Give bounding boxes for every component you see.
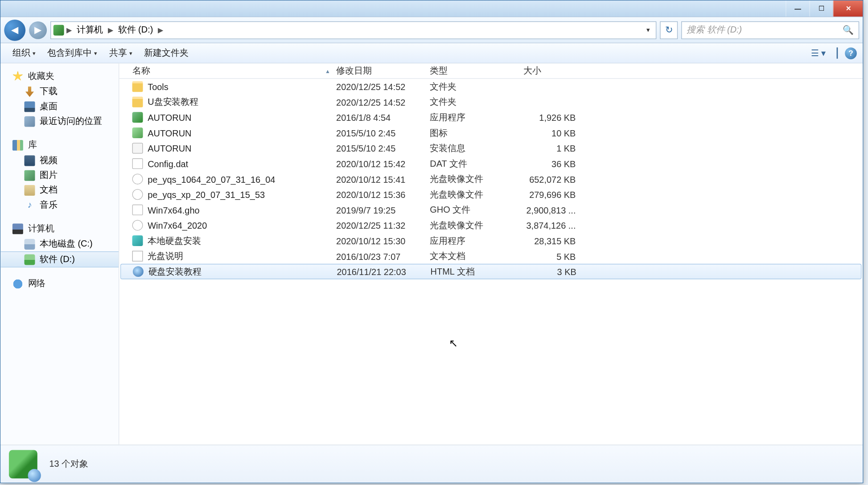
file-name: 本地硬盘安装 bbox=[148, 235, 201, 246]
drive-icon bbox=[25, 238, 35, 249]
file-date: 2020/12/25 11:32 bbox=[336, 220, 430, 230]
sidebar-favorites[interactable]: 收藏夹 bbox=[0, 68, 119, 84]
picture-icon bbox=[25, 170, 35, 181]
file-row[interactable]: AUTORUN2015/5/10 2:45安装信息1 KB bbox=[119, 140, 863, 156]
sidebar-documents[interactable]: 文档 bbox=[0, 183, 119, 197]
file-icon bbox=[132, 205, 143, 215]
file-name: pe_yqs_1064_20_07_31_16_04 bbox=[148, 174, 275, 184]
file-size: 28,315 KB bbox=[523, 236, 581, 246]
sidebar-network[interactable]: 网络 bbox=[0, 275, 119, 292]
sidebar-label: 网络 bbox=[28, 278, 46, 289]
share-menu[interactable]: 共享 ▾ bbox=[103, 47, 138, 58]
sidebar-libraries[interactable]: 库 bbox=[0, 137, 119, 153]
file-type: 图标 bbox=[430, 127, 523, 138]
library-icon bbox=[12, 140, 23, 150]
file-row[interactable]: Tools2020/12/25 14:52文件夹 bbox=[119, 79, 863, 95]
file-date: 2015/5/10 2:45 bbox=[336, 143, 430, 153]
desktop-icon bbox=[25, 101, 35, 112]
file-name: AUTORUN bbox=[148, 143, 191, 153]
file-row[interactable]: 本地硬盘安装2020/10/12 15:30应用程序28,315 KB bbox=[119, 233, 863, 249]
chevron-down-icon: ▾ bbox=[94, 50, 97, 57]
star-icon bbox=[12, 71, 23, 82]
file-icon bbox=[132, 220, 143, 230]
maximize-button[interactable] bbox=[809, 0, 833, 16]
file-date: 2016/11/21 22:03 bbox=[337, 267, 430, 277]
sidebar-drive-d[interactable]: 软件 (D:) bbox=[0, 251, 119, 267]
file-row[interactable]: Config.dat2020/10/12 15:42DAT 文件36 KB bbox=[119, 156, 863, 172]
sidebar-videos[interactable]: 视频 bbox=[0, 153, 119, 168]
address-bar[interactable]: ▶ 计算机 ▶ 软件 (D:) ▶ ▾ bbox=[50, 21, 656, 39]
file-name: Win7x64.gho bbox=[148, 205, 199, 215]
refresh-button[interactable]: ↻ bbox=[660, 21, 678, 39]
file-type: 安装信息 bbox=[430, 143, 523, 154]
file-name: Win7x64_2020 bbox=[148, 220, 207, 230]
music-icon bbox=[25, 200, 35, 210]
sidebar-recent[interactable]: 最近访问的位置 bbox=[0, 114, 119, 128]
file-row[interactable]: AUTORUN2016/1/8 4:54应用程序1,926 KB bbox=[119, 110, 863, 125]
file-date: 2020/12/25 14:52 bbox=[336, 97, 430, 107]
file-date: 2020/10/12 15:41 bbox=[336, 174, 430, 184]
file-type: GHO 文件 bbox=[430, 204, 523, 215]
file-row[interactable]: 硬盘安装教程2016/11/21 22:03HTML 文档3 KB bbox=[120, 264, 862, 279]
sidebar-drive-c[interactable]: 本地磁盘 (C:) bbox=[0, 237, 119, 251]
file-date: 2020/10/12 15:42 bbox=[336, 159, 430, 169]
sidebar-music[interactable]: 音乐 bbox=[0, 197, 119, 212]
file-name: Tools bbox=[148, 82, 169, 92]
file-icon bbox=[132, 235, 143, 246]
drive-icon bbox=[25, 254, 35, 265]
file-size: 2,900,813 ... bbox=[523, 205, 581, 215]
include-library-label: 包含到库中 bbox=[47, 47, 92, 58]
column-date[interactable]: 修改日期 bbox=[336, 65, 430, 76]
file-type: 文本文档 bbox=[430, 251, 523, 262]
file-icon bbox=[132, 127, 143, 138]
file-icon bbox=[132, 143, 143, 154]
sidebar-downloads[interactable]: 下载 bbox=[0, 84, 119, 99]
new-folder-button[interactable]: 新建文件夹 bbox=[138, 47, 194, 58]
view-menu[interactable]: ☰ ▾ bbox=[807, 46, 829, 59]
network-icon bbox=[12, 278, 23, 289]
close-button[interactable] bbox=[833, 0, 863, 16]
file-icon bbox=[132, 158, 143, 169]
organize-menu[interactable]: 组织 ▾ bbox=[7, 47, 41, 58]
file-type: 应用程序 bbox=[430, 235, 523, 246]
forward-button[interactable]: ▶ bbox=[29, 21, 47, 39]
breadcrumb-computer[interactable]: 计算机 bbox=[74, 24, 105, 36]
breadcrumb-separator: ▶ bbox=[66, 26, 72, 34]
file-type: HTML 文档 bbox=[431, 266, 524, 277]
column-size[interactable]: 大小 bbox=[523, 65, 581, 76]
file-row[interactable]: pe_yqs_1064_20_07_31_16_042020/10/12 15:… bbox=[119, 171, 863, 187]
help-button[interactable]: ? bbox=[845, 47, 857, 59]
search-input[interactable]: 搜索 软件 (D:) 🔍 bbox=[681, 21, 859, 39]
file-row[interactable]: AUTORUN2015/5/10 2:45图标10 KB bbox=[119, 125, 863, 141]
file-row[interactable]: Win7x64.gho2019/9/7 19:25GHO 文件2,900,813… bbox=[119, 202, 863, 218]
search-placeholder: 搜索 软件 (D:) bbox=[687, 25, 742, 36]
breadcrumb-drive[interactable]: 软件 (D:) bbox=[115, 24, 155, 36]
file-size: 5 KB bbox=[523, 251, 581, 261]
minimize-button[interactable] bbox=[786, 0, 809, 16]
file-name: U盘安装教程 bbox=[148, 96, 198, 107]
file-size: 10 KB bbox=[523, 128, 581, 138]
sidebar-desktop[interactable]: 桌面 bbox=[0, 99, 119, 114]
file-row[interactable]: U盘安装教程2020/12/25 14:52文件夹 bbox=[119, 94, 863, 110]
video-icon bbox=[25, 155, 35, 166]
file-size: 1 KB bbox=[523, 143, 581, 153]
sidebar-pictures[interactable]: 图片 bbox=[0, 168, 119, 182]
file-row[interactable]: pe_yqs_xp_20_07_31_15_532020/10/12 15:36… bbox=[119, 187, 863, 202]
file-type: DAT 文件 bbox=[430, 158, 523, 169]
include-library-menu[interactable]: 包含到库中 ▾ bbox=[41, 47, 103, 58]
file-row[interactable]: 光盘说明2016/10/23 7:07文本文档5 KB bbox=[119, 248, 863, 264]
breadcrumb-separator: ▶ bbox=[108, 26, 113, 34]
file-row[interactable]: Win7x64_20202020/12/25 11:32光盘映像文件3,874,… bbox=[119, 218, 863, 233]
column-name[interactable]: 名称▲ bbox=[130, 65, 336, 76]
file-name: 光盘说明 bbox=[148, 251, 183, 262]
file-date: 2020/10/12 15:30 bbox=[336, 236, 430, 246]
sidebar-computer[interactable]: 计算机 bbox=[0, 221, 119, 237]
sidebar-label: 收藏夹 bbox=[28, 70, 55, 82]
address-dropdown[interactable]: ▾ bbox=[643, 26, 654, 34]
sidebar-label: 本地磁盘 (C:) bbox=[40, 238, 93, 250]
preview-pane-button[interactable] bbox=[833, 47, 842, 59]
sidebar: 收藏夹 下载 桌面 最近访问的位置 库 视频 图片 文档 音乐 计算机 本地磁盘… bbox=[0, 63, 119, 444]
file-name: pe_yqs_xp_20_07_31_15_53 bbox=[148, 189, 265, 200]
column-type[interactable]: 类型 bbox=[430, 65, 523, 76]
back-button[interactable]: ◀ bbox=[4, 19, 25, 41]
